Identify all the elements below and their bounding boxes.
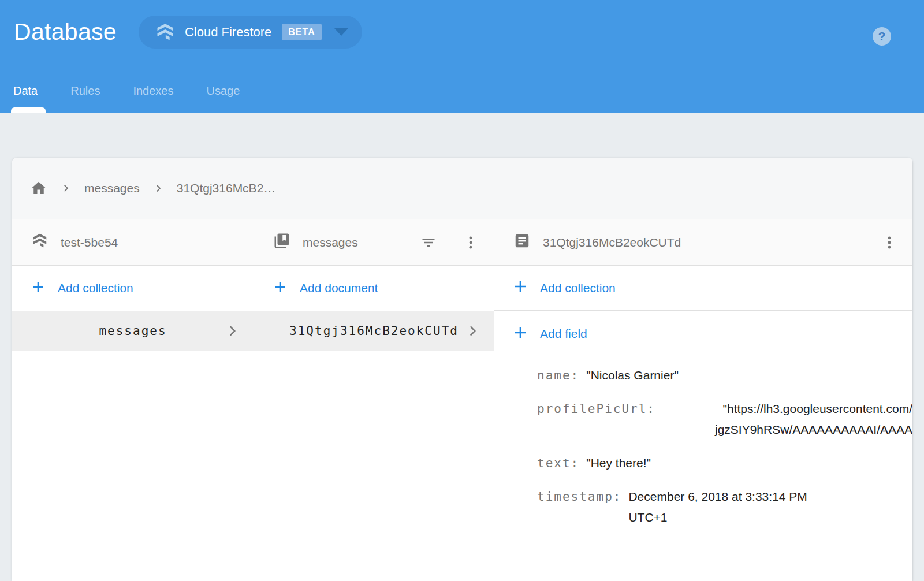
document-column-header: 31Qtgj316McB2eokCUTd [494,219,912,266]
active-tab-indicator [11,107,46,113]
add-document-button[interactable]: Add document [254,266,494,311]
field-value: "Hey there!" [586,453,651,474]
plus-icon [31,280,46,297]
caret-down-icon [334,28,348,36]
field-key: name: [537,365,579,386]
tab-bar: Data Rules Indexes Usage [13,84,240,98]
field-list: name: "Nicolas Garnier" profilePicUrl: "… [494,357,912,528]
field-value: "https://lh3.googleusercontent.com/ jgzS… [662,398,912,440]
collection-column: messages Add document 31Qtgj316McB2eokCU… [254,219,494,581]
plus-icon [513,325,528,343]
chevron-right-icon [465,323,480,338]
breadcrumb-document[interactable]: 31Qtgj316McB2… [177,181,276,195]
add-collection-label: Add collection [58,281,133,295]
add-field-button[interactable]: Add field [494,311,912,357]
more-vert-icon[interactable] [881,234,897,251]
document-icon [513,232,531,252]
breadcrumb-collection[interactable]: messages [84,181,140,195]
home-icon[interactable] [30,180,47,197]
collection-row-messages[interactable]: messages [12,311,254,351]
firestore-icon [31,232,49,252]
collection-row-label: messages [99,324,166,338]
firestore-icon [155,22,176,43]
beta-badge: BETA [282,24,321,40]
add-collection-label: Add collection [540,281,616,295]
field-row-text[interactable]: text: "Hey there!" [537,453,912,474]
database-id-label: test-5be54 [61,236,118,249]
document-row-label: 31Qtgj316McB2eokCUTd [289,324,459,338]
tab-rules[interactable]: Rules [70,84,100,98]
more-vert-icon[interactable] [463,234,479,251]
document-row[interactable]: 31Qtgj316McB2eokCUTd [254,311,494,351]
plus-icon [273,280,288,297]
add-collection-button[interactable]: Add collection [12,266,254,311]
question-mark-icon: ? [878,29,886,43]
tab-data[interactable]: Data [13,84,38,98]
add-collection-button-document[interactable]: Add collection [494,266,912,311]
filter-icon[interactable] [420,234,437,251]
field-row-name[interactable]: name: "Nicolas Garnier" [537,365,912,386]
root-column-header: test-5be54 [12,219,254,266]
chevron-right-icon [225,323,240,338]
chevron-right-icon [153,183,163,193]
app-header: Database Cloud Firestore BETA ? Data Rul… [0,0,924,113]
product-switcher[interactable]: Cloud Firestore BETA [139,16,362,49]
tab-usage[interactable]: Usage [206,84,240,98]
collection-icon [273,232,290,252]
document-title: 31Qtgj316McB2eokCUTd [543,236,681,249]
field-key: timestamp: [537,486,621,507]
root-column: test-5be54 Add collection messages [12,219,254,581]
field-row-timestamp[interactable]: timestamp: December 6, 2018 at 3:33:14 P… [537,486,912,528]
field-value: December 6, 2018 at 3:33:14 PM UTC+1 [628,486,807,528]
help-button[interactable]: ? [873,27,891,46]
field-value: "Nicolas Garnier" [586,365,679,386]
field-key: profilePicUrl: [537,398,655,419]
panel-columns: test-5be54 Add collection messages [12,219,912,581]
collection-title: messages [303,236,358,249]
add-document-label: Add document [300,281,378,295]
page-title: Database [14,16,117,49]
breadcrumb: messages 31Qtgj316McB2… [12,158,912,219]
header-top-row: Database Cloud Firestore BETA [0,0,924,49]
firestore-data-panel: messages 31Qtgj316McB2… test-5be54 [12,158,912,581]
product-name: Cloud Firestore [185,25,271,40]
plus-icon [513,279,528,297]
add-field-label: Add field [540,327,587,341]
collection-column-header: messages [254,219,494,266]
field-row-profilepicurl[interactable]: profilePicUrl: "https://lh3.googleuserco… [537,398,912,440]
field-key: text: [537,453,579,474]
tab-indexes[interactable]: Indexes [133,84,173,98]
document-column: 31Qtgj316McB2eokCUTd Add collection Add … [494,219,912,581]
chevron-right-icon [61,183,71,193]
